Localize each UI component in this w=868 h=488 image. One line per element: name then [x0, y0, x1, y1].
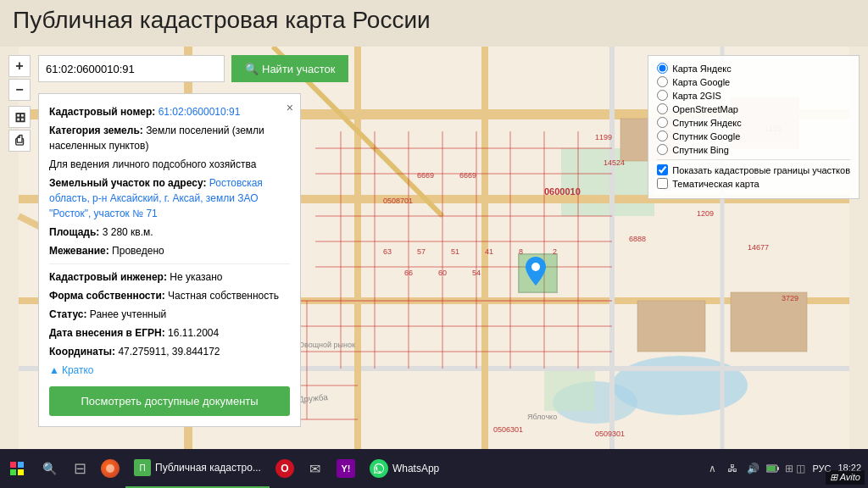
windows-icon	[10, 462, 24, 475]
search-bar: 🔍 Найти участок	[38, 55, 348, 82]
status-field: Статус: Ранее учтенный	[49, 307, 290, 322]
svg-text:1209: 1209	[697, 209, 714, 218]
svg-text:Дружба: Дружба	[298, 392, 328, 404]
address-field: Земельный участок по адресу: Ростовская …	[49, 175, 290, 221]
svg-rect-3	[561, 148, 654, 216]
svg-text:3729: 3729	[782, 294, 798, 302]
avito-logo: ⊞	[830, 472, 840, 482]
svg-text:51: 51	[451, 247, 459, 256]
layer-bing-sat[interactable]: Спутник Bing	[657, 144, 850, 155]
ownership-field: Форма собственности: Частная собственнос…	[49, 288, 290, 303]
browser-tab-cadastral[interactable]: П Публичная кадастро...	[125, 449, 270, 488]
layer-yandex-sat[interactable]: Спутник Яндекс	[657, 117, 850, 128]
layer-yandex-map[interactable]: Карта Яндекс	[657, 63, 850, 74]
svg-text:63: 63	[383, 247, 392, 256]
svg-rect-76	[10, 469, 16, 475]
purpose-value: Для ведения личного подсобного хозяйства	[49, 158, 256, 170]
task-view-button[interactable]: ⊟	[64, 449, 95, 488]
svg-text:6669: 6669	[417, 171, 434, 180]
whatsapp-icon	[370, 459, 388, 478]
search-icon: 🔍	[245, 63, 259, 75]
engineer-field: Кадастровый инженер: Не указано	[49, 269, 290, 285]
opera-icon[interactable]: O	[270, 449, 300, 488]
egrn-field: Дата внесения в ЕГРН: 16.11.2004	[49, 325, 290, 341]
svg-text:6669: 6669	[459, 171, 476, 180]
search-input[interactable]	[38, 55, 225, 82]
main-area: Публичная кадастровая карта России	[0, 0, 868, 449]
firefox-icon[interactable]	[95, 449, 125, 488]
survey-field: Межевание: Проведено	[49, 243, 290, 258]
tray-arrow-icon[interactable]: ∧	[704, 460, 721, 477]
svg-rect-42	[637, 301, 705, 352]
survey-label: Межевание:	[49, 245, 109, 257]
zoom-out-button[interactable]: −	[8, 79, 31, 101]
layer-google-map[interactable]: Карта Google	[657, 76, 850, 87]
whatsapp-tab[interactable]: WhatsApp	[361, 449, 448, 488]
svg-text:54: 54	[472, 269, 481, 277]
yahoo-icon[interactable]: Y!	[331, 449, 361, 488]
taskbar-search-button[interactable]: 🔍	[34, 449, 64, 488]
svg-text:8: 8	[519, 247, 523, 256]
status-value: Ранее учтенный	[90, 308, 166, 320]
svg-text:1199: 1199	[595, 133, 612, 141]
print-button[interactable]: ⎙	[8, 130, 31, 152]
map-container[interactable]: Дружба Макарово 0600010 1199 14524 6888 …	[0, 47, 868, 449]
status-label: Статус:	[49, 308, 86, 320]
info-panel: × Кадастровый номер: 61:02:0600010:91 Ка…	[38, 93, 301, 427]
tray-battery-icon[interactable]	[765, 460, 782, 477]
tray-extra-icons: ⊞ ◫	[785, 463, 805, 474]
tray-audio-icon[interactable]: 🔊	[744, 460, 761, 477]
area-field: Площадь: 3 280 кв.м.	[49, 225, 290, 240]
svg-text:Овощной рынок: Овощной рынок	[298, 341, 355, 349]
taskbar-search-icon: 🔍	[42, 462, 57, 475]
battery-icon	[766, 464, 780, 473]
svg-text:0506301: 0506301	[493, 425, 523, 434]
search-button[interactable]: 🔍 Найти участок	[231, 55, 348, 82]
coords-field: Координаты: 47.275911, 39.844172	[49, 344, 290, 359]
svg-point-2	[553, 381, 637, 424]
engineer-value: Не указано	[170, 271, 222, 283]
coords-label: Координаты:	[49, 346, 115, 358]
purpose-field: Для ведения личного подсобного хозяйства	[49, 157, 290, 172]
start-button[interactable]	[0, 449, 34, 488]
engineer-label: Кадастровый инженер:	[49, 271, 167, 283]
tray-network-icon[interactable]: 🖧	[724, 460, 741, 477]
kratko-link[interactable]: ▲ Кратко	[49, 363, 290, 378]
svg-rect-79	[777, 467, 779, 470]
cadastral-number-label: Кадастровый номер:	[49, 106, 155, 118]
svg-text:2: 2	[553, 247, 557, 256]
whatsapp-logo	[373, 463, 385, 474]
mail-icon[interactable]: ✉	[300, 449, 331, 488]
svg-text:41: 41	[485, 247, 493, 256]
layer-cadastral-checkbox[interactable]: Показать кадастровые границы участков	[657, 164, 850, 175]
zoom-in-button[interactable]: +	[8, 55, 31, 77]
layers-button[interactable]: ⊞	[8, 106, 31, 128]
area-value: 3 280 кв.м.	[103, 226, 153, 238]
svg-text:0508701: 0508701	[383, 197, 413, 205]
svg-rect-74	[10, 462, 16, 468]
layer-google-sat[interactable]: Спутник Google	[657, 130, 850, 141]
layer-2gis-map[interactable]: Карта 2GIS	[657, 90, 850, 101]
category-label: Категория земель:	[49, 125, 143, 136]
tray-icon-1: ⊞	[785, 463, 793, 474]
layer-osm-map[interactable]: OpenStreetMap	[657, 103, 850, 114]
ownership-value: Частная собственность	[168, 290, 279, 302]
map-pin	[526, 257, 546, 289]
cadastral-tab-icon: П	[134, 459, 151, 476]
svg-text:Яблочко: Яблочко	[527, 413, 557, 421]
svg-point-73	[531, 263, 540, 271]
coords-value: 47.275911, 39.844172	[118, 346, 220, 358]
layer-panel: Карта Яндекс Карта Google Карта 2GIS Ope…	[648, 55, 860, 199]
svg-text:60: 60	[438, 269, 447, 277]
layer-thematic-checkbox[interactable]: Тематическая карта	[657, 178, 850, 189]
tray-icon-2: ◫	[796, 463, 805, 474]
cadastral-number-link[interactable]: 61:02:0600010:91	[159, 106, 241, 118]
taskbar: 🔍 ⊟ П Публичная кадастро... O ✉ Y! Whats…	[0, 449, 868, 488]
egrn-value: 16.11.2004	[168, 327, 219, 339]
svg-text:0509301: 0509301	[595, 430, 625, 438]
task-view-icon: ⊟	[74, 459, 86, 478]
docs-button[interactable]: Посмотреть доступные документы	[49, 386, 290, 416]
svg-point-1	[612, 356, 748, 415]
close-button[interactable]: ×	[287, 99, 293, 117]
svg-text:6888: 6888	[629, 235, 646, 243]
